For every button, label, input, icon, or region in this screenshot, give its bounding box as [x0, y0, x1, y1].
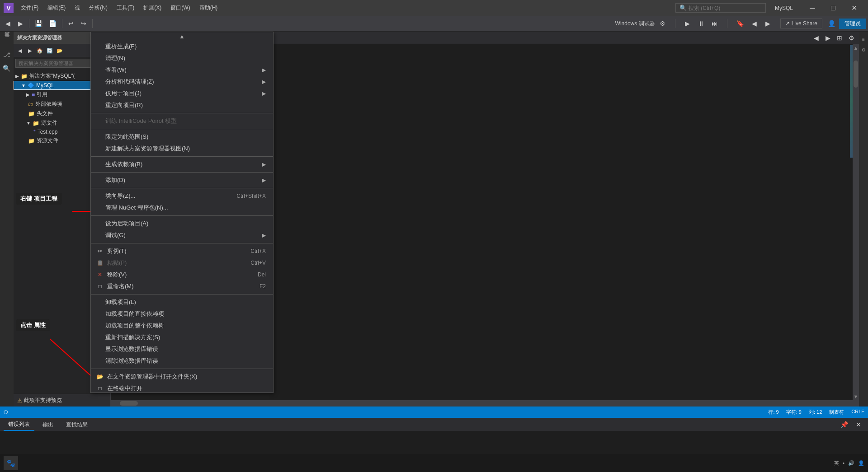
ctx-paste: 📋 粘贴(P) Ctrl+V [91, 257, 273, 269]
ctx-show-db-errors[interactable]: 显示浏览数据库错误 [91, 343, 273, 355]
tb-redo[interactable]: ↪ [78, 18, 90, 29]
tb-run[interactable]: ▶ [682, 18, 693, 29]
ctx-scroll-up[interactable]: ▲ [91, 32, 273, 41]
vscroll-thumb[interactable] [854, 61, 858, 88]
tb-bookmark[interactable]: 🔖 [734, 18, 747, 29]
menu-window[interactable]: 窗口(W) [167, 3, 193, 13]
panel-tb-back[interactable]: ◀ [15, 46, 24, 55]
tb-bookmark-next[interactable]: ▶ [762, 18, 774, 29]
ctx-nuget[interactable]: 管理 NuGet 程序包(N)... [91, 202, 273, 214]
ed-settings[interactable]: ⚙ [845, 32, 857, 44]
tb-save[interactable]: 💾 [32, 18, 45, 29]
bp-close[interactable]: ✕ [853, 419, 864, 430]
panel-tb-fwd[interactable]: ▶ [25, 46, 34, 55]
tb-pause[interactable]: ⏸ [695, 18, 707, 29]
hscroll-thumb[interactable] [120, 401, 138, 406]
bottom-tab-find[interactable]: 查找结果 [61, 419, 92, 430]
ctx-debug[interactable]: 调试(G) ▶ [91, 229, 273, 241]
tb-bookmark-prev[interactable]: ◀ [749, 18, 760, 29]
ctx-rename[interactable]: □ 重命名(M) F2 [91, 280, 273, 292]
tree-folder-icon: 📁 [21, 73, 28, 79]
menu-view[interactable]: 视 [71, 3, 84, 13]
tb-fwd[interactable]: ▶ [14, 18, 26, 29]
no-preview-bar: ⚠ 此项不支持预览 [14, 394, 110, 407]
ctx-new-explorer-view[interactable]: 新建解决方案资源管理器视图(N) [91, 143, 273, 154]
tree-cpp-label: Test.cpp [38, 129, 58, 135]
ctx-sep2 [91, 129, 273, 129]
right-tool-1[interactable]: ≡ [860, 35, 867, 44]
ctx-analyze-clean[interactable]: 分析和代码清理(Z) ▶ [91, 76, 273, 88]
menu-help[interactable]: 帮助(H) [196, 3, 222, 13]
panel-tb-home[interactable]: 🏠 [35, 46, 44, 55]
ctx-view[interactable]: 查看(W) ▶ [91, 64, 273, 76]
ctx-cut[interactable]: ✂ 剪切(T) Ctrl+X [91, 245, 273, 257]
ctx-gen-deps[interactable]: 生成依赖项(B) ▶ [91, 159, 273, 170]
vscroll-up[interactable]: ▲ [853, 44, 859, 51]
tb-debug-settings[interactable]: ⚙ [657, 18, 669, 29]
ctx-rescan[interactable]: 重新扫描解决方案(S) [91, 332, 273, 343]
tb-undo[interactable]: ↩ [65, 18, 77, 29]
tb-account[interactable]: 👤 [825, 18, 838, 29]
bottom-panel: 错误列表 输出 查找结果 📌 ✕ [0, 418, 868, 454]
ctx-clean[interactable]: 清理(N) [91, 52, 273, 64]
taskbar-user: 👤 [858, 460, 864, 466]
ed-scroll-left[interactable]: ◀ [810, 32, 822, 44]
activity-git[interactable]: ⎇ [1, 49, 13, 61]
ctx-set-startup[interactable]: 设为启动项目(A) [91, 218, 273, 229]
tree-expand-src: ▼ [26, 121, 31, 126]
taskbar-icon-1[interactable]: 🐾 [4, 456, 18, 470]
ctx-rebuild[interactable]: 重析生成(E) [91, 41, 273, 52]
panel-tb-collapse[interactable]: 📂 [55, 46, 64, 55]
activity-solution-explorer[interactable]: 解决方案 [1, 35, 13, 47]
ctx-scope[interactable]: 限定为此范围(S) [91, 131, 273, 143]
vscroll-down[interactable]: ▼ [853, 393, 859, 400]
tree-expand-icon-mysql: ▼ [21, 83, 26, 88]
menu-extensions[interactable]: 扩展(X) [140, 3, 165, 13]
editor-hscroll[interactable] [111, 400, 859, 407]
bottom-tab-output[interactable]: 输出 [38, 419, 58, 430]
tb-back[interactable]: ◀ [2, 18, 14, 29]
menu-file[interactable]: 文件(F) [17, 3, 42, 13]
toolbar: ◀ ▶ 💾 📄 ↩ ↪ Windows 调试器 ⚙ ▶ ⏸ ⏭ 🔖 ◀ ▶ ↗ … [0, 16, 868, 32]
bp-pin[interactable]: 📌 [838, 419, 851, 430]
right-tool-2[interactable]: ⚙ [860, 46, 868, 54]
ctx-retarget[interactable]: 重定向项目(R) [91, 99, 273, 111]
debug-target-label: Windows 调试器 [615, 20, 655, 28]
live-share-button[interactable]: ↗ Live Share [780, 19, 822, 28]
tb-new[interactable]: 📄 [46, 18, 59, 29]
status-debug-icon: ⬡ [4, 409, 8, 415]
ctx-class-wizard[interactable]: 类向导(Z)... Ctrl+Shift+X [91, 190, 273, 202]
menu-edit[interactable]: 编辑(E) [44, 3, 69, 13]
bottom-tab-errors[interactable]: 错误列表 [4, 419, 34, 431]
title-bar-right: 🔍 MySQL ─ □ ✕ [675, 0, 864, 16]
ctx-load-direct[interactable]: 加载项目的直接依赖项 [91, 308, 273, 320]
tree-ext-label: 外部依赖项 [35, 100, 62, 108]
ctx-open-terminal[interactable]: □ 在终端中打开 [91, 383, 273, 393]
admin-button[interactable]: 管理员 [839, 19, 866, 29]
ctx-add[interactable]: 添加(D) ▶ [91, 174, 273, 186]
ctx-clear-db-errors[interactable]: 清除浏览数据库错误 [91, 355, 273, 367]
panel-tb-refresh[interactable]: 🔄 [45, 46, 54, 55]
status-row: 行: 9 [768, 409, 778, 416]
close-button[interactable]: ✕ [844, 0, 864, 16]
title-search[interactable]: 🔍 [675, 3, 766, 13]
ctx-open-folder[interactable]: 📂 在文件资源管理器中打开文件夹(X) [91, 371, 273, 383]
editor-vscroll[interactable]: ▲ ▼ [853, 44, 859, 400]
ctx-project-only[interactable]: 仅用于项目(J) ▶ [91, 88, 273, 99]
tree-project-label: MySQL [36, 82, 54, 89]
restore-button[interactable]: □ [823, 0, 844, 16]
activity-search[interactable]: 🔍 [1, 62, 13, 74]
ctx-load-tree[interactable]: 加载项目的整个依赖树 [91, 320, 273, 332]
project-title-label: MySQL [769, 5, 798, 11]
minimize-button[interactable]: ─ [802, 0, 823, 16]
search-icon: 🔍 [679, 5, 687, 11]
search-input[interactable] [689, 5, 752, 11]
tb-step[interactable]: ⏭ [709, 18, 721, 29]
menu-analyze[interactable]: 分析(N) [85, 3, 111, 13]
ctx-unload[interactable]: 卸载项目(L) [91, 296, 273, 308]
status-bar: ⬡ 行: 9 字符: 9 列: 12 制表符 CRLF [0, 407, 868, 418]
ed-scroll-right[interactable]: ▶ [822, 32, 834, 44]
ctx-remove[interactable]: ✕ 移除(V) Del [91, 269, 273, 280]
menu-tools[interactable]: 工具(T) [113, 3, 138, 13]
ed-split[interactable]: ⊞ [834, 32, 845, 44]
